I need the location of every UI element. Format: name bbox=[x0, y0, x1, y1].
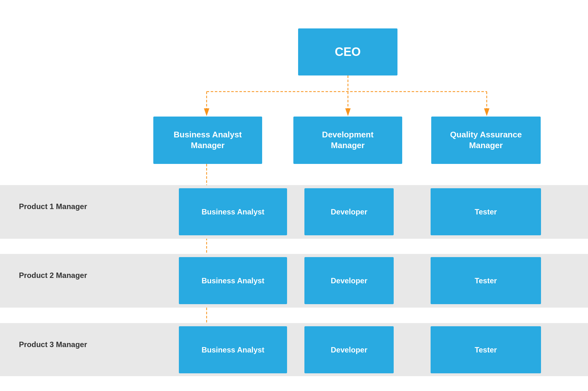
qa-manager-box: Quality AssuranceManager bbox=[431, 117, 541, 164]
tester1-box: Tester bbox=[431, 188, 541, 235]
product-3-label: Product 3 Manager bbox=[19, 340, 87, 349]
ba2-box: Business Analyst bbox=[179, 257, 287, 304]
dev3-box: Developer bbox=[304, 326, 394, 373]
ba3-box: Business Analyst bbox=[179, 326, 287, 373]
ceo-box: CEO bbox=[298, 28, 397, 75]
dev2-box: Developer bbox=[304, 257, 394, 304]
org-chart: CEO Business AnalystManager DevelopmentM… bbox=[0, 0, 588, 391]
tester2-box: Tester bbox=[431, 257, 541, 304]
dev1-box: Developer bbox=[304, 188, 394, 235]
dev-manager-box: DevelopmentManager bbox=[293, 117, 402, 164]
ba-manager-box: Business AnalystManager bbox=[153, 117, 262, 164]
tester3-box: Tester bbox=[431, 326, 541, 373]
ba1-box: Business Analyst bbox=[179, 188, 287, 235]
product-2-label: Product 2 Manager bbox=[19, 271, 87, 280]
product-1-label: Product 1 Manager bbox=[19, 202, 87, 211]
